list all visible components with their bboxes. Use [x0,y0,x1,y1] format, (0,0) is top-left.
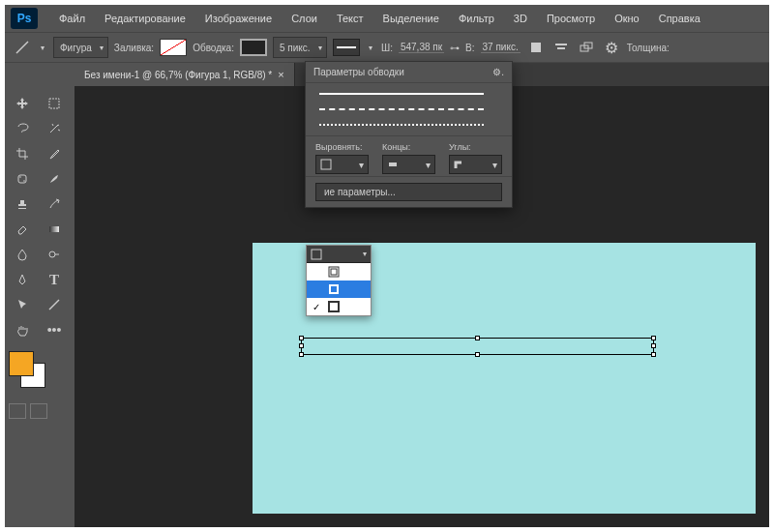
path-ops-icon[interactable] [526,38,546,57]
pen-tool[interactable] [9,268,36,291]
svg-rect-7 [18,175,26,183]
standard-mode-icon[interactable] [9,403,26,419]
align-dd-header[interactable]: ▾ [307,246,371,263]
link-dims-icon[interactable]: ⊶ [450,43,460,53]
menu-bar: Ps Файл Редактирование Изображение Слои … [5,5,769,32]
arrange-icon[interactable] [577,38,596,57]
width-label: Ш: [381,43,393,53]
stroke-preset-solid[interactable] [319,93,484,95]
close-tab-icon[interactable]: × [278,69,283,80]
corners-dropdown[interactable]: ▾ [449,155,502,174]
wand-tool[interactable] [41,117,68,140]
svg-rect-19 [330,285,338,293]
patch-tool[interactable] [9,167,36,191]
crop-tool[interactable] [9,142,36,165]
svg-point-11 [49,251,55,257]
menu-help[interactable]: Справка [649,9,710,28]
eyedropper-tool[interactable] [41,142,68,165]
stroke-style-dropdown[interactable] [333,39,360,56]
tool-preset-icon[interactable] [13,38,32,57]
handle-ml[interactable] [299,343,304,348]
foreground-color[interactable] [9,351,34,376]
menu-edit[interactable]: Редактирование [95,9,195,28]
toolbox: T ••• [5,86,74,527]
more-tools[interactable]: ••• [41,318,68,341]
svg-line-13 [49,300,59,310]
height-value[interactable]: 37 пикс. [481,42,521,53]
height-label: В: [465,43,474,53]
marquee-tool[interactable] [41,92,68,115]
align-option-outside[interactable]: ✓ [307,298,371,315]
svg-point-9 [23,180,25,182]
app-window: Ps Файл Редактирование Изображение Слои … [5,5,769,527]
align-dropdown-list: ▾ ✓ [306,245,372,316]
dodge-tool[interactable] [41,243,68,266]
panel-header: Параметры обводки ⚙. [306,62,512,83]
shape-mode-dropdown[interactable]: Фигура [53,37,108,58]
history-brush-tool[interactable] [41,192,68,216]
quickmask-row [9,403,71,419]
path-select-tool[interactable] [9,293,36,316]
svg-rect-10 [49,226,59,232]
handle-bl[interactable] [299,352,304,357]
stamp-tool[interactable] [9,192,36,216]
menu-window[interactable]: Окно [605,9,649,28]
document-tab[interactable]: Без имени-1 @ 66,7% (Фигура 1, RGB/8) * … [74,63,295,86]
svg-rect-16 [312,250,321,259]
svg-rect-18 [331,269,337,275]
caps-label: Концы: [382,142,435,152]
move-tool[interactable] [9,92,36,115]
stroke-preset-dotted[interactable] [319,124,484,126]
panel-title: Параметры обводки [313,67,404,77]
handle-bm[interactable] [475,352,480,357]
quickmask-mode-icon[interactable] [30,403,47,419]
handle-tm[interactable] [475,336,480,340]
stroke-swatch[interactable] [240,39,267,56]
handle-br[interactable] [651,352,656,357]
shape-rectangle[interactable] [301,338,654,355]
brush-tool[interactable] [41,167,68,191]
menu-text[interactable]: Текст [327,9,373,28]
menu-layers[interactable]: Слои [282,9,327,28]
menu-3d[interactable]: 3D [504,9,537,28]
handle-tr[interactable] [651,336,656,340]
gear-icon[interactable]: ⚙ [602,38,621,57]
gradient-tool[interactable] [41,218,68,241]
chevron-down-icon[interactable]: ▾ [366,38,375,57]
eraser-tool[interactable] [9,218,36,241]
menu-image[interactable]: Изображение [195,9,282,28]
stroke-preset-dashed[interactable] [319,108,484,110]
blur-tool[interactable] [9,243,36,266]
align-option-inside[interactable] [307,263,371,281]
more-params-button[interactable]: ие параметры... [315,183,502,201]
caps-dropdown[interactable]: ▾ [382,155,435,174]
fill-label: Заливка: [114,43,154,53]
svg-rect-1 [531,43,541,52]
align-icon[interactable] [551,38,571,57]
chevron-down-icon[interactable]: ▾ [38,38,47,57]
align-option-center[interactable] [307,281,371,298]
align-dropdown[interactable]: ▾ [315,155,369,174]
menu-file[interactable]: Файл [49,9,95,28]
type-tool[interactable]: T [41,268,68,291]
menu-filter[interactable]: Фильтр [449,9,504,28]
width-value[interactable]: 547,38 пк [399,42,444,53]
lasso-tool[interactable] [9,117,36,140]
panel-gear-icon[interactable]: ⚙. [492,67,504,77]
menu-select[interactable]: Выделение [373,9,449,28]
svg-point-8 [19,176,21,178]
stroke-width-dropdown[interactable]: 5 пикс. [273,37,327,58]
stroke-label: Обводка: [193,43,234,53]
fill-swatch[interactable] [160,39,187,56]
options-bar: ▾ Фигура Заливка: Обводка: 5 пикс. ▾ Ш: … [5,32,769,63]
thickness-label: Толщина: [627,43,670,53]
handle-tl[interactable] [299,336,304,340]
line-tool[interactable] [41,293,68,316]
handle-mr[interactable] [651,343,656,348]
svg-rect-6 [49,99,59,108]
menu-view[interactable]: Просмотр [537,9,605,28]
hand-tool[interactable] [9,318,36,341]
svg-rect-3 [557,47,565,49]
corners-label: Углы: [449,142,502,152]
color-swatches[interactable] [9,351,47,390]
